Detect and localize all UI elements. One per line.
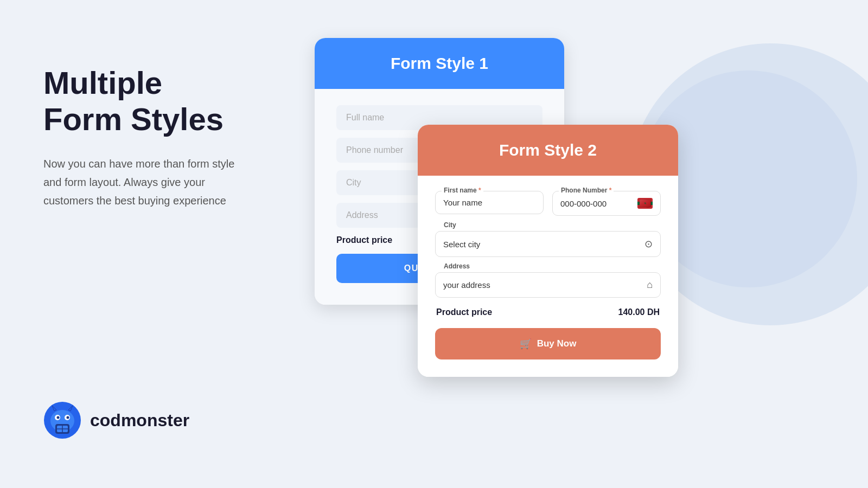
card2-address-input[interactable] bbox=[443, 280, 647, 290]
card2-city-section: City ⊙ bbox=[435, 226, 661, 257]
card2-city-input-wrapper: ⊙ bbox=[435, 231, 661, 257]
card2-phone-input[interactable] bbox=[560, 199, 634, 208]
logo-text: codmonster bbox=[90, 410, 189, 431]
form-style-2-card: Form Style 2 First name * Phone Number bbox=[418, 125, 678, 377]
card2-phone-group: Phone Number * 🇲🇦 bbox=[552, 191, 661, 216]
card2-address-section: Address ⌂ bbox=[435, 267, 661, 298]
card2-buy-now-button[interactable]: 🛒 Buy Now bbox=[435, 328, 661, 359]
card2-price-label: Product price bbox=[436, 307, 492, 317]
card2-phone-input-wrapper: 🇲🇦 bbox=[552, 191, 661, 216]
home-icon: ⌂ bbox=[647, 279, 653, 291]
card1-title: Form Style 1 bbox=[391, 54, 488, 72]
card2-firstname-input[interactable] bbox=[443, 198, 535, 207]
card2-firstname-group: First name * bbox=[435, 191, 544, 216]
card2-firstname-input-wrapper bbox=[435, 191, 544, 214]
svg-point-4 bbox=[57, 416, 60, 419]
main-title: Multiple Form Styles bbox=[43, 65, 293, 137]
left-panel: Multiple Form Styles Now you can have mo… bbox=[43, 65, 293, 210]
location-icon: ⊙ bbox=[644, 238, 653, 250]
svg-point-5 bbox=[67, 416, 69, 419]
logo-icon bbox=[43, 401, 81, 439]
card2-address-label: Address bbox=[442, 262, 472, 270]
card2-name-phone-row: First name * Phone Number * 🇲🇦 bbox=[435, 191, 661, 216]
card1-header: Form Style 1 bbox=[315, 38, 564, 89]
subtitle-text: Now you can have more than form style an… bbox=[43, 155, 250, 210]
card2-city-label: City bbox=[442, 221, 458, 229]
card2-address-input-wrapper: ⌂ bbox=[435, 272, 661, 298]
card2-price-value: 140.00 DH bbox=[618, 307, 660, 317]
card2-firstname-label: First name * bbox=[442, 187, 483, 194]
cart-icon: 🛒 bbox=[520, 338, 532, 350]
card2-phone-label: Phone Number * bbox=[559, 187, 614, 194]
card2-title: Form Style 2 bbox=[499, 141, 597, 159]
card1-price-label: Product price bbox=[336, 235, 392, 245]
logo-section: codmonster bbox=[43, 401, 189, 439]
cards-area: Form Style 1 Full name Phone number City… bbox=[315, 38, 814, 450]
card2-buy-now-label: Buy Now bbox=[537, 338, 577, 349]
card2-price-row: Product price 140.00 DH bbox=[435, 307, 661, 317]
card2-header: Form Style 2 bbox=[418, 125, 678, 176]
card2-body: First name * Phone Number * 🇲🇦 bbox=[418, 176, 678, 377]
morocco-flag-icon: 🇲🇦 bbox=[637, 198, 653, 209]
card2-city-input[interactable] bbox=[443, 240, 644, 249]
